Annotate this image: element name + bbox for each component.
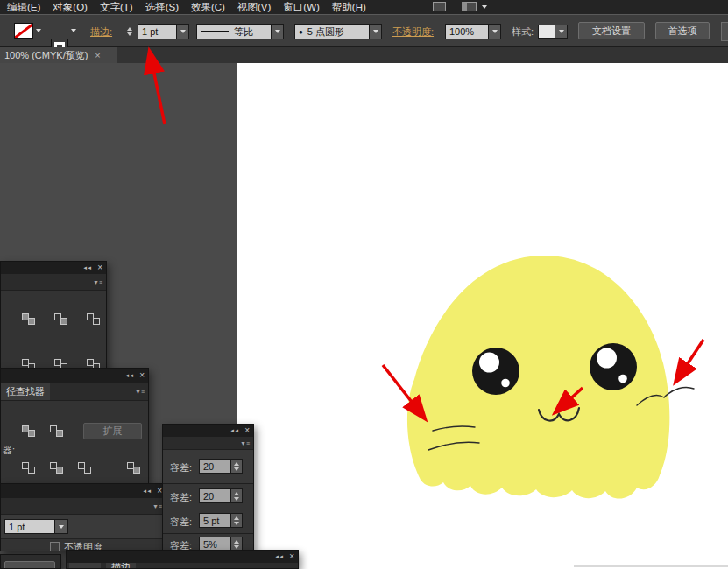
panel-header: ◄◄ × [1,369,148,383]
stepper-down-icon[interactable] [127,32,132,36]
menu-edit[interactable]: 编辑(E) [7,1,40,14]
trim-icon [50,462,63,474]
tab-stroke[interactable]: 描边 [106,563,136,569]
close-panel-icon[interactable]: × [139,371,145,380]
stroke-weight-mini-field[interactable]: 1 pt [4,519,55,534]
stepper-up-icon[interactable] [234,492,239,495]
tab-pathfinder[interactable]: 径查找器 [1,383,50,400]
stroke-panel-link[interactable]: 描边: [90,25,112,39]
tolerance-panel-stack: ◄◄ × ▼≡ 容差: 20 容差: 20 [162,424,254,551]
stepper-down-icon[interactable] [234,545,239,549]
menu-object[interactable]: 对象(O) [53,1,88,14]
dropdown-arrow-icon [275,30,280,33]
stroke-weight-mini-dropdown[interactable] [55,519,68,534]
style-swatch[interactable] [538,25,555,39]
close-panel-icon[interactable]: × [289,552,294,561]
panel-menu-icon[interactable]: ▼≡ [240,440,250,446]
tolerance-field[interactable]: 20 [199,459,231,474]
stroke-weight-mini-value: 1 pt [9,522,25,532]
unite-icon [22,313,35,325]
style-dropdown[interactable] [555,25,568,39]
clipped-control [721,22,728,41]
stepper-down-icon[interactable] [234,522,239,525]
brush-dropdown[interactable] [370,24,382,39]
tolerance-field[interactable]: 20 [199,488,231,503]
pathfinder-section-label: 器: [3,444,15,457]
artboard-edge [574,565,728,567]
dropdown-arrow-icon [492,30,498,33]
preferences-button[interactable]: 首选项 [655,22,710,39]
stepper-up-icon[interactable] [234,540,239,544]
preferences-label: 首选项 [668,25,697,38]
pathfinder-merge-button[interactable] [74,459,94,476]
minus-front-icon [54,313,67,325]
panel-tab-row: 径查找器 ▼≡ [1,383,148,401]
stepper-up-icon[interactable] [234,516,239,520]
tolerance-row: 容差: 20 [163,483,253,509]
stepper-up-icon[interactable] [234,462,239,466]
brush-value: 5 点圆形 [307,25,344,39]
tolerance-stepper[interactable] [231,513,243,528]
stepper-up-icon[interactable] [127,27,132,31]
menu-select[interactable]: 选择(S) [145,1,179,14]
close-panel-icon[interactable]: × [244,426,250,435]
stroke-weight-dropdown[interactable] [177,24,189,39]
tolerance-stepper[interactable] [231,488,243,503]
stepper-down-icon[interactable] [234,467,239,471]
shape-mode-intersect-button[interactable] [83,310,102,327]
document-setup-button[interactable]: 文档设置 [578,22,645,39]
panel-menu-icon[interactable]: ▼≡ [135,389,145,395]
fill-dropdown-arrow-icon[interactable] [36,29,41,32]
stroke-weight-stepper[interactable] [127,24,132,39]
workspace-switcher-icon[interactable] [462,2,477,11]
shape-mode-unite-button[interactable] [18,310,38,327]
expand-button[interactable]: 扩展 [83,423,142,439]
tolerance-row: 容差: 20 [163,450,253,483]
shape-mode-minus-front-button[interactable] [51,310,70,327]
panel-header: ◄◄ × [1,484,166,498]
stepper-down-icon[interactable] [234,497,239,501]
panel-header: ◄◄ × [163,425,253,437]
width-profile-field[interactable]: 等比 [196,24,272,39]
close-tab-icon[interactable]: × [95,50,100,60]
artboard[interactable] [237,63,728,569]
width-profile-dropdown[interactable] [272,24,284,39]
menu-effect[interactable]: 效果(C) [191,1,225,14]
divide-icon [22,462,35,474]
shape-mode-unite-button[interactable] [18,422,38,439]
tolerance-field[interactable]: 5 pt [199,513,231,528]
menu-view[interactable]: 视图(V) [237,1,271,14]
pathfinder-outline-button[interactable] [124,459,143,476]
tolerance-stepper[interactable] [231,459,243,474]
pathfinder-panel: ◄◄ × 径查找器 ▼≡ 扩展 器: [0,368,149,484]
stroke-dropdown-arrow-icon[interactable] [71,29,76,32]
shape-mode-minus-front-button[interactable] [46,422,66,439]
collapse-panel-icon[interactable]: ◄◄ [82,265,91,270]
pathfinder-trim-button[interactable] [46,459,66,476]
fill-none-swatch[interactable] [14,23,33,39]
panel-menu-icon[interactable]: ▼≡ [93,279,102,285]
menu-type[interactable]: 文字(T) [100,1,133,14]
collapse-panel-icon[interactable]: ◄◄ [142,488,151,494]
opacity-dropdown[interactable] [489,24,501,39]
pathfinder-divide-button[interactable] [18,459,38,476]
menu-window[interactable]: 窗口(W) [283,1,320,14]
opacity-checkbox[interactable] [50,542,60,551]
collapse-panel-icon[interactable]: ◄◄ [124,373,133,378]
collapse-panel-icon[interactable]: ◄◄ [274,554,283,559]
opacity-panel-link[interactable]: 不透明度: [392,25,434,39]
stroke-weight-field[interactable]: 1 pt [138,24,177,39]
opacity-field[interactable]: 100% [445,24,489,39]
partial-button[interactable] [4,561,55,569]
window-icon[interactable] [433,2,446,11]
bottom-panel: ◄◄ × 描边 [66,550,299,569]
chevron-down-icon[interactable] [482,5,487,9]
collapse-panel-icon[interactable]: ◄◄ [230,428,238,433]
menu-help[interactable]: 帮助(H) [332,1,366,14]
close-panel-icon[interactable]: × [97,263,102,272]
panel-menu-icon[interactable]: ▼≡ [152,503,162,509]
brush-field[interactable]: ● 5 点圆形 [294,24,370,39]
document-tab[interactable]: 100% (CMYK/预览) × [0,47,117,63]
tolerance-label: 容差: [170,516,192,529]
minus-front-icon [50,425,63,437]
